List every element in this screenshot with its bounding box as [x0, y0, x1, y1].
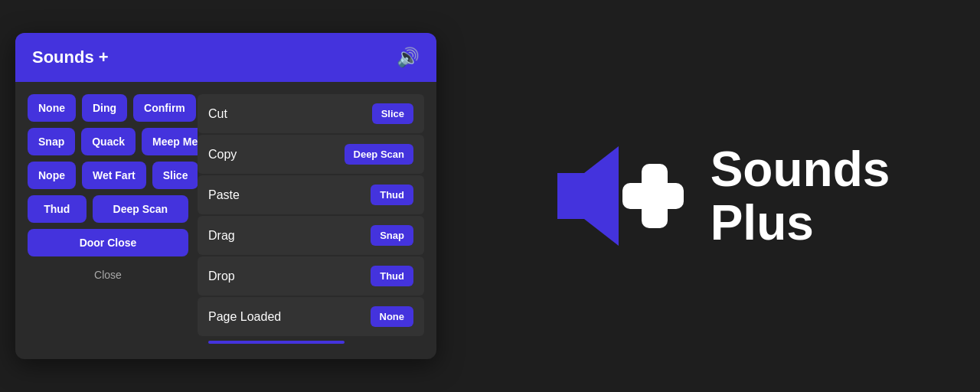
modal-body: None Ding Confirm Snap Quack Meep Meep N…: [15, 82, 436, 359]
sound-btn-confirm[interactable]: Confirm: [133, 94, 196, 122]
action-label-cut: Cut: [208, 107, 227, 121]
action-row-cut: Cut Slice: [198, 94, 424, 133]
sound-btn-deep-scan[interactable]: Deep Scan: [93, 195, 188, 223]
sound-btn-none[interactable]: None: [28, 94, 76, 122]
btn-row-5: Door Close: [28, 229, 188, 256]
modal-header: Sounds + 🔊: [15, 33, 436, 82]
action-badge-drag[interactable]: Snap: [371, 225, 413, 246]
sound-btn-snap[interactable]: Snap: [28, 128, 75, 155]
action-row-page-loaded: Page Loaded None: [198, 297, 424, 336]
modal-title: Sounds +: [32, 47, 109, 67]
action-badge-copy[interactable]: Deep Scan: [345, 144, 413, 165]
close-button[interactable]: Close: [28, 263, 188, 287]
logo-text-plus: Plus: [710, 196, 890, 250]
sound-btn-wet-fart[interactable]: Wet Fart: [82, 162, 146, 189]
logo-svg-icon: [542, 123, 688, 269]
action-row-paste: Paste Thud: [198, 175, 424, 214]
btn-row-2: Snap Quack Meep Meep: [28, 128, 188, 155]
action-badge-page-loaded[interactable]: None: [371, 306, 414, 327]
action-label-copy: Copy: [208, 148, 237, 162]
action-badge-cut[interactable]: Slice: [372, 103, 413, 124]
sound-button-panel: None Ding Confirm Snap Quack Meep Meep N…: [28, 94, 188, 347]
sound-btn-nope[interactable]: Nope: [28, 162, 76, 189]
svg-rect-1: [642, 164, 668, 228]
action-badge-drop[interactable]: Thud: [371, 266, 413, 286]
left-panel: Sounds + 🔊 None Ding Confirm Snap Quack …: [0, 0, 452, 392]
btn-row-3: Nope Wet Fart Slice: [28, 162, 188, 189]
action-label-paste: Paste: [208, 188, 240, 202]
action-label-drop: Drop: [208, 270, 235, 283]
logo-area: Sounds Plus: [452, 108, 980, 284]
action-label-page-loaded: Page Loaded: [208, 310, 281, 324]
action-badge-paste[interactable]: Thud: [371, 185, 413, 205]
sound-btn-thud[interactable]: Thud: [28, 195, 87, 223]
action-row-drag: Drag Snap: [198, 216, 424, 255]
speaker-icon: 🔊: [397, 47, 420, 68]
action-label-drag: Drag: [208, 229, 235, 243]
btn-row-4: Thud Deep Scan: [28, 195, 188, 223]
logo-text-sounds: Sounds: [710, 142, 890, 196]
logo-text: Sounds Plus: [710, 142, 890, 250]
sound-btn-slice[interactable]: Slice: [152, 162, 199, 189]
sound-btn-quack[interactable]: Quack: [81, 128, 136, 155]
action-row-drop: Drop Thud: [198, 256, 424, 296]
scroll-indicator: [208, 341, 345, 344]
action-row-copy: Copy Deep Scan: [198, 135, 424, 174]
sounds-modal: Sounds + 🔊 None Ding Confirm Snap Quack …: [15, 33, 436, 359]
action-list: Cut Slice Copy Deep Scan Paste Thud Drag…: [198, 94, 424, 347]
sound-btn-ding[interactable]: Ding: [82, 94, 127, 122]
sound-btn-door-close[interactable]: Door Close: [28, 229, 188, 256]
btn-row-1: None Ding Confirm: [28, 94, 188, 122]
